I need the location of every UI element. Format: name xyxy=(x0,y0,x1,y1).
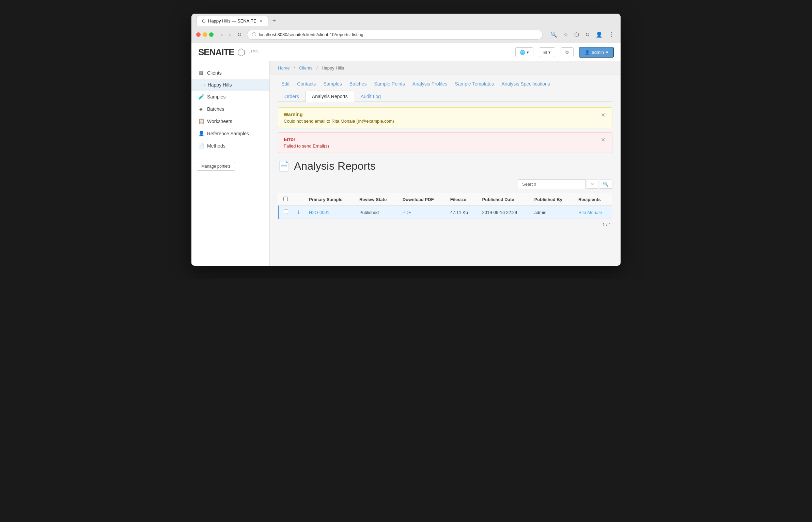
nav-link-batches[interactable]: Batches xyxy=(346,80,370,88)
admin-chevron-icon: ▾ xyxy=(606,50,608,55)
nav-link-analysis-specifications[interactable]: Analysis Specifications xyxy=(498,80,553,88)
browser-tab-bar: ⬡ Happy Hills — SENAITE ✕ + xyxy=(191,14,621,26)
reload-button[interactable]: ↻ xyxy=(235,31,244,39)
apps-button[interactable]: ⊞ ▾ xyxy=(539,47,555,57)
breadcrumb-home[interactable]: Home xyxy=(278,65,290,71)
warning-alert-content: Warning Could not send email to Rita Moh… xyxy=(284,112,394,124)
browser-tab[interactable]: ⬡ Happy Hills — SENAITE ✕ xyxy=(196,16,268,26)
apps-grid-icon: ⊞ xyxy=(543,50,547,55)
logo-area: SENAITE ⬡ LIMS xyxy=(198,47,259,58)
page-title-icon: 📄 xyxy=(278,160,290,172)
tab-title: Happy Hills — SENAITE xyxy=(208,18,256,24)
error-alert-content: Error Failed to send Email(s) xyxy=(284,137,329,149)
settings-button[interactable]: ⚙ xyxy=(561,47,574,57)
admin-button[interactable]: 👤 admin ▾ xyxy=(579,47,614,58)
row-checkbox-cell xyxy=(279,206,293,219)
address-bar[interactable]: ⓘ localhost:8080/senaite/clients/client-… xyxy=(247,30,543,40)
minimize-window-button[interactable] xyxy=(203,32,207,37)
row-download-pdf: PDF xyxy=(398,206,446,219)
tab-close-button[interactable]: ✕ xyxy=(259,19,263,24)
info-icon[interactable]: ℹ xyxy=(298,210,299,215)
warning-alert-title: Warning xyxy=(284,112,394,117)
row-review-state: Published xyxy=(355,206,398,219)
logo-text: SENAITE xyxy=(198,47,234,58)
samples-icon: 🧪 xyxy=(198,94,204,100)
close-window-button[interactable] xyxy=(196,32,201,37)
breadcrumb-current: Happy Hills xyxy=(322,65,344,71)
th-primary-sample: Primary Sample xyxy=(304,193,355,206)
browser-navigation: ‹ › ↻ xyxy=(219,31,244,39)
back-button[interactable]: ‹ xyxy=(219,31,225,39)
sidebar-label-methods: Methods xyxy=(207,143,225,149)
row-filesize: 47.11 Kb xyxy=(446,206,478,219)
nav-link-analysis-profiles[interactable]: Analysis Profiles xyxy=(409,80,451,88)
row-info-cell: ℹ xyxy=(293,206,304,219)
th-download-pdf: Download PDF xyxy=(398,193,446,206)
breadcrumb-clients[interactable]: Clients xyxy=(299,65,313,71)
forward-button[interactable]: › xyxy=(227,31,233,39)
sidebar-item-samples[interactable]: 🧪 Samples xyxy=(191,91,269,103)
th-published-by: Published By xyxy=(530,193,574,206)
sidebar-item-happy-hills[interactable]: › Happy Hills xyxy=(191,79,269,91)
search-input[interactable] xyxy=(518,179,586,189)
user-icon: 👤 xyxy=(584,50,590,55)
nav-link-contacts[interactable]: Contacts xyxy=(294,80,319,88)
content-inner: Edit Contacts Samples Batches Sample Poi… xyxy=(270,75,621,239)
pagination: 1 / 1 xyxy=(278,219,612,231)
select-all-checkbox[interactable] xyxy=(283,197,288,201)
sidebar: ▦ Clients › Happy Hills 🧪 Samples ◈ Batc… xyxy=(191,61,270,266)
pagination-text: 1 / 1 xyxy=(603,222,611,227)
batches-icon: ◈ xyxy=(198,106,204,112)
globe-button[interactable]: 🌐 ▾ xyxy=(515,47,533,57)
recipient-link[interactable]: Rita Mohale xyxy=(578,210,602,215)
sidebar-item-worksheets[interactable]: 📋 Worksheets xyxy=(191,115,269,127)
row-published-date: 2019-09-16 22:29 xyxy=(478,206,530,219)
methods-icon: 📄 xyxy=(198,143,204,149)
tab-navigation: Orders Analysis Reports Audit Log xyxy=(278,91,612,102)
error-alert-message: Failed to send Email(s) xyxy=(284,143,329,149)
warning-alert-close[interactable]: ✕ xyxy=(599,112,607,118)
row-recipients: Rita Mohale xyxy=(574,206,612,219)
sidebar-item-reference-samples[interactable]: 👤 Reference Samples xyxy=(191,127,269,140)
nav-link-sample-templates[interactable]: Sample Templates xyxy=(451,80,497,88)
tab-audit-log[interactable]: Audit Log xyxy=(354,91,387,102)
sidebar-label-samples: Samples xyxy=(207,94,225,99)
profile-button[interactable]: 👤 xyxy=(594,31,604,39)
bookmark-button[interactable]: ☆ xyxy=(562,31,570,39)
gear-icon: ⚙ xyxy=(565,50,569,55)
browser-action-buttons: 🔍 ☆ ⬡ ↻ 👤 ⋮ xyxy=(549,31,616,39)
error-alert-close[interactable]: ✕ xyxy=(599,137,607,143)
logo-lims: LIMS xyxy=(249,49,259,53)
table-header: Primary Sample Review State Download PDF… xyxy=(279,193,613,206)
sidebar-item-batches[interactable]: ◈ Batches xyxy=(191,103,269,115)
tab-orders[interactable]: Orders xyxy=(278,91,306,102)
app-body: ▦ Clients › Happy Hills 🧪 Samples ◈ Batc… xyxy=(191,61,621,266)
menu-button[interactable]: ⋮ xyxy=(607,31,616,39)
tab-analysis-reports[interactable]: Analysis Reports xyxy=(306,91,354,102)
nav-link-samples[interactable]: Samples xyxy=(320,80,345,88)
nav-links: Edit Contacts Samples Batches Sample Poi… xyxy=(278,75,612,91)
th-filesize: Filesize xyxy=(446,193,478,206)
maximize-window-button[interactable] xyxy=(209,32,214,37)
error-alert: Error Failed to send Email(s) ✕ xyxy=(278,132,612,153)
extension-button-1[interactable]: ⬡ xyxy=(573,31,581,39)
new-tab-button[interactable]: + xyxy=(270,16,279,26)
url-text: localhost:8080/senaite/clients/client-10… xyxy=(259,32,363,37)
nav-link-sample-points[interactable]: Sample Points xyxy=(371,80,408,88)
extension-button-2[interactable]: ↻ xyxy=(583,31,591,39)
sidebar-item-methods[interactable]: 📄 Methods xyxy=(191,140,269,152)
globe-chevron-icon: ▾ xyxy=(527,50,529,55)
search-go-button[interactable]: 🔍 xyxy=(599,180,612,189)
search-clear-button[interactable]: ✕ xyxy=(587,180,598,189)
breadcrumb-sep-2: / xyxy=(316,65,318,71)
table-body: ℹ H2O-0001 Published PDF 47.11 Kb 2019-0… xyxy=(279,206,613,219)
manage-portlets-button[interactable]: Manage portlets xyxy=(197,162,235,171)
zoom-button[interactable]: 🔍 xyxy=(549,31,559,39)
row-checkbox[interactable] xyxy=(284,210,288,214)
sidebar-item-clients[interactable]: ▦ Clients xyxy=(191,67,269,79)
pdf-download-link[interactable]: PDF xyxy=(403,210,411,215)
nav-link-edit[interactable]: Edit xyxy=(278,80,293,88)
sidebar-label-happy-hills: Happy Hills xyxy=(208,82,232,88)
chevron-right-icon: › xyxy=(204,83,205,87)
primary-sample-link[interactable]: H2O-0001 xyxy=(309,210,329,215)
